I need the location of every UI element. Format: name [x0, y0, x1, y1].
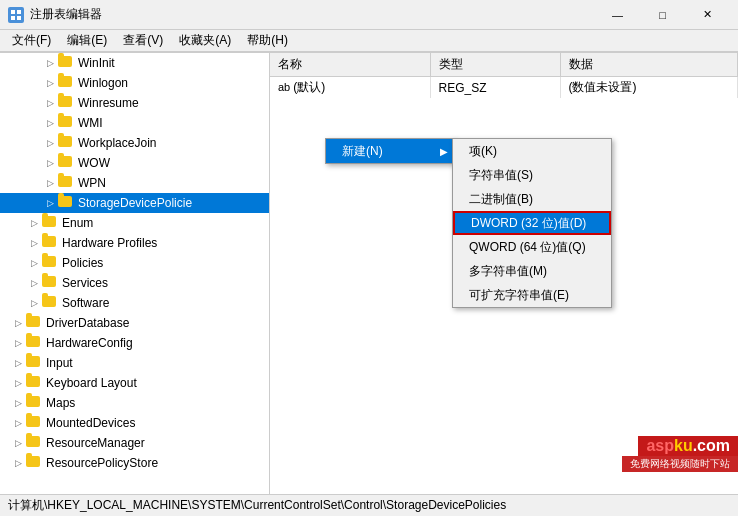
folder-icon: [58, 116, 74, 130]
cell-name: ab(默认): [270, 77, 430, 99]
folder-icon: [26, 436, 42, 450]
menu-view[interactable]: 查看(V): [115, 30, 171, 51]
folder-icon: [58, 156, 74, 170]
tree-toggle: ▷: [28, 277, 40, 289]
tree-toggle: ▷: [44, 157, 56, 169]
app-icon: [8, 7, 24, 23]
tree-label: HardwareConfig: [46, 336, 133, 350]
tree-label: DriverDatabase: [46, 316, 129, 330]
folder-icon: [26, 316, 42, 330]
folder-icon: [26, 376, 42, 390]
tree-item-wininit[interactable]: ▷ WinInit: [0, 53, 269, 73]
tree-label: MountedDevices: [46, 416, 135, 430]
tree-scroll[interactable]: ▷ WinInit ▷ Winlogon ▷ Winresume ▷ WMI: [0, 53, 269, 494]
menu-help[interactable]: 帮助(H): [239, 30, 296, 51]
tree-item-services[interactable]: ▷ Services: [0, 273, 269, 293]
tree-label: WinInit: [78, 56, 115, 70]
close-button[interactable]: ✕: [685, 0, 730, 30]
tree-toggle: ▷: [12, 437, 24, 449]
col-type: 类型: [430, 53, 560, 77]
tree-label: Winresume: [78, 96, 139, 110]
tree-toggle: ▷: [44, 77, 56, 89]
tree-item-winlogon[interactable]: ▷ Winlogon: [0, 73, 269, 93]
menu-favorites[interactable]: 收藏夹(A): [171, 30, 239, 51]
folder-icon: [42, 236, 58, 250]
folder-icon: [58, 136, 74, 150]
svg-rect-0: [11, 10, 15, 14]
tree-panel: ▷ WinInit ▷ Winlogon ▷ Winresume ▷ WMI: [0, 53, 270, 494]
tree-label: Input: [46, 356, 73, 370]
tree-item-resourcepolicystore[interactable]: ▷ ResourcePolicyStore: [0, 453, 269, 473]
folder-icon: [26, 456, 42, 470]
tree-item-wow[interactable]: ▷ WOW: [0, 153, 269, 173]
cell-type: REG_SZ: [430, 77, 560, 99]
folder-icon: [26, 396, 42, 410]
window-controls: — □ ✕: [595, 0, 730, 30]
tree-item-software[interactable]: ▷ Software: [0, 293, 269, 313]
tree-toggle: ▷: [12, 457, 24, 469]
tree-item-policies[interactable]: ▷ Policies: [0, 253, 269, 273]
right-panel: 名称 类型 数据 ab(默认) REG_SZ (数值未设置): [270, 53, 738, 494]
tree-label: WOW: [78, 156, 110, 170]
tree-label: ResourcePolicyStore: [46, 456, 158, 470]
menu-file[interactable]: 文件(F): [4, 30, 59, 51]
tree-item-keyboard-layout[interactable]: ▷ Keyboard Layout: [0, 373, 269, 393]
tree-toggle: ▷: [12, 417, 24, 429]
tree-item-wpn[interactable]: ▷ WPN: [0, 173, 269, 193]
menu-edit[interactable]: 编辑(E): [59, 30, 115, 51]
col-data: 数据: [560, 53, 738, 77]
tree-label: Policies: [62, 256, 103, 270]
folder-icon: [58, 56, 74, 70]
menu-bar: 文件(F) 编辑(E) 查看(V) 收藏夹(A) 帮助(H): [0, 30, 738, 52]
tree-toggle: ▷: [44, 97, 56, 109]
tree-label: ResourceManager: [46, 436, 145, 450]
tree-toggle: ▷: [28, 217, 40, 229]
tree-label: Software: [62, 296, 109, 310]
tree-item-hardware-profiles[interactable]: ▷ Hardware Profiles: [0, 233, 269, 253]
tree-toggle: ▷: [44, 117, 56, 129]
status-text: 计算机\HKEY_LOCAL_MACHINE\SYSTEM\CurrentCon…: [8, 497, 506, 514]
tree-label: StorageDevicePolicie: [78, 196, 192, 210]
tree-toggle: ▷: [44, 57, 56, 69]
folder-icon: [58, 196, 74, 210]
folder-icon: [42, 276, 58, 290]
tree-item-hardwareconfig[interactable]: ▷ HardwareConfig: [0, 333, 269, 353]
tree-label: Services: [62, 276, 108, 290]
tree-item-enum[interactable]: ▷ Enum: [0, 213, 269, 233]
col-name: 名称: [270, 53, 430, 77]
tree-label: WPN: [78, 176, 106, 190]
svg-rect-1: [17, 10, 21, 14]
folder-icon: [58, 96, 74, 110]
minimize-button[interactable]: —: [595, 0, 640, 30]
tree-item-workplacejoin[interactable]: ▷ WorkplaceJoin: [0, 133, 269, 153]
tree-label: Maps: [46, 396, 75, 410]
tree-label: WorkplaceJoin: [78, 136, 156, 150]
table-row[interactable]: ab(默认) REG_SZ (数值未设置): [270, 77, 738, 99]
tree-toggle: ▷: [12, 317, 24, 329]
status-bar: 计算机\HKEY_LOCAL_MACHINE\SYSTEM\CurrentCon…: [0, 494, 738, 516]
tree-toggle: ▷: [44, 197, 56, 209]
tree-item-winresume[interactable]: ▷ Winresume: [0, 93, 269, 113]
tree-item-input[interactable]: ▷ Input: [0, 353, 269, 373]
folder-icon: [26, 356, 42, 370]
tree-item-mounteddevices[interactable]: ▷ MountedDevices: [0, 413, 269, 433]
main-container: ▷ WinInit ▷ Winlogon ▷ Winresume ▷ WMI: [0, 52, 738, 494]
title-bar: 注册表编辑器 — □ ✕: [0, 0, 738, 30]
tree-item-storagedevicepolicies[interactable]: ▷ StorageDevicePolicie: [0, 193, 269, 213]
folder-icon: [58, 76, 74, 90]
tree-toggle: ▷: [28, 297, 40, 309]
svg-rect-3: [17, 16, 21, 20]
folder-icon: [42, 216, 58, 230]
tree-toggle: ▷: [28, 237, 40, 249]
tree-toggle: ▷: [44, 177, 56, 189]
tree-item-resourcemanager[interactable]: ▷ ResourceManager: [0, 433, 269, 453]
tree-toggle: ▷: [44, 137, 56, 149]
tree-item-maps[interactable]: ▷ Maps: [0, 393, 269, 413]
folder-icon: [58, 176, 74, 190]
tree-item-wmi[interactable]: ▷ WMI: [0, 113, 269, 133]
tree-label: Enum: [62, 216, 93, 230]
maximize-button[interactable]: □: [640, 0, 685, 30]
cell-data: (数值未设置): [560, 77, 738, 99]
tree-toggle: ▷: [28, 257, 40, 269]
tree-item-driverdatabase[interactable]: ▷ DriverDatabase: [0, 313, 269, 333]
